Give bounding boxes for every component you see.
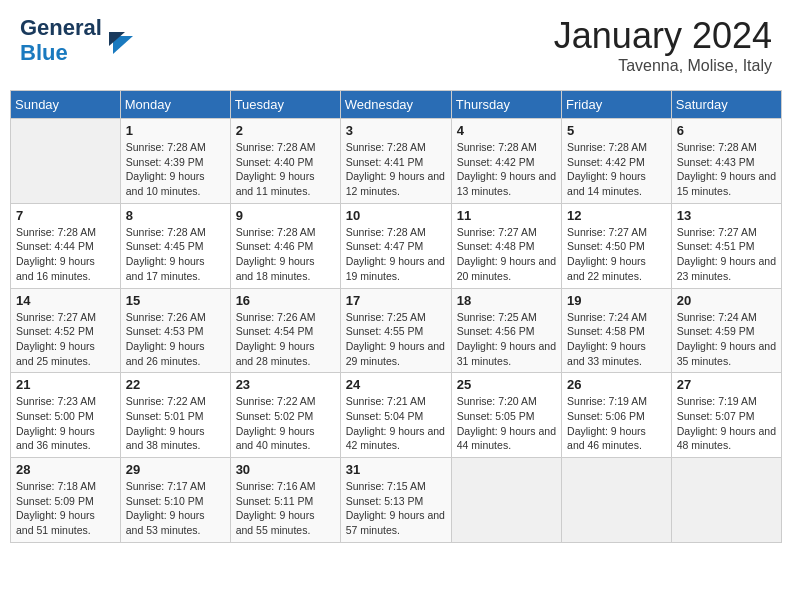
day-number: 7	[16, 208, 115, 223]
day-info: Sunrise: 7:28 AMSunset: 4:40 PMDaylight:…	[236, 140, 335, 199]
calendar-cell	[671, 458, 781, 543]
calendar-cell: 12Sunrise: 7:27 AMSunset: 4:50 PMDayligh…	[562, 203, 672, 288]
calendar-cell: 18Sunrise: 7:25 AMSunset: 4:56 PMDayligh…	[451, 288, 561, 373]
day-info: Sunrise: 7:26 AMSunset: 4:54 PMDaylight:…	[236, 310, 335, 369]
calendar-cell: 9Sunrise: 7:28 AMSunset: 4:46 PMDaylight…	[230, 203, 340, 288]
day-info: Sunrise: 7:21 AMSunset: 5:04 PMDaylight:…	[346, 394, 446, 453]
calendar-cell: 8Sunrise: 7:28 AMSunset: 4:45 PMDaylight…	[120, 203, 230, 288]
day-info: Sunrise: 7:28 AMSunset: 4:47 PMDaylight:…	[346, 225, 446, 284]
calendar-cell	[562, 458, 672, 543]
day-number: 28	[16, 462, 115, 477]
calendar-cell: 31Sunrise: 7:15 AMSunset: 5:13 PMDayligh…	[340, 458, 451, 543]
day-info: Sunrise: 7:28 AMSunset: 4:42 PMDaylight:…	[567, 140, 666, 199]
calendar-cell: 13Sunrise: 7:27 AMSunset: 4:51 PMDayligh…	[671, 203, 781, 288]
day-info: Sunrise: 7:22 AMSunset: 5:01 PMDaylight:…	[126, 394, 225, 453]
day-number: 13	[677, 208, 776, 223]
day-info: Sunrise: 7:26 AMSunset: 4:53 PMDaylight:…	[126, 310, 225, 369]
day-number: 21	[16, 377, 115, 392]
day-info: Sunrise: 7:19 AMSunset: 5:07 PMDaylight:…	[677, 394, 776, 453]
day-info: Sunrise: 7:28 AMSunset: 4:44 PMDaylight:…	[16, 225, 115, 284]
day-info: Sunrise: 7:22 AMSunset: 5:02 PMDaylight:…	[236, 394, 335, 453]
week-row-4: 21Sunrise: 7:23 AMSunset: 5:00 PMDayligh…	[11, 373, 782, 458]
day-number: 31	[346, 462, 446, 477]
calendar-cell: 21Sunrise: 7:23 AMSunset: 5:00 PMDayligh…	[11, 373, 121, 458]
day-header-tuesday: Tuesday	[230, 91, 340, 119]
calendar-cell: 28Sunrise: 7:18 AMSunset: 5:09 PMDayligh…	[11, 458, 121, 543]
logo-text: General Blue	[20, 15, 137, 66]
day-info: Sunrise: 7:27 AMSunset: 4:50 PMDaylight:…	[567, 225, 666, 284]
calendar-cell: 10Sunrise: 7:28 AMSunset: 4:47 PMDayligh…	[340, 203, 451, 288]
day-header-wednesday: Wednesday	[340, 91, 451, 119]
day-number: 27	[677, 377, 776, 392]
day-info: Sunrise: 7:23 AMSunset: 5:00 PMDaylight:…	[16, 394, 115, 453]
week-row-1: 1Sunrise: 7:28 AMSunset: 4:39 PMDaylight…	[11, 119, 782, 204]
calendar-cell: 23Sunrise: 7:22 AMSunset: 5:02 PMDayligh…	[230, 373, 340, 458]
day-info: Sunrise: 7:17 AMSunset: 5:10 PMDaylight:…	[126, 479, 225, 538]
location: Tavenna, Molise, Italy	[554, 57, 772, 75]
calendar-cell: 14Sunrise: 7:27 AMSunset: 4:52 PMDayligh…	[11, 288, 121, 373]
title-block: January 2024 Tavenna, Molise, Italy	[554, 15, 772, 75]
calendar-cell: 22Sunrise: 7:22 AMSunset: 5:01 PMDayligh…	[120, 373, 230, 458]
day-number: 18	[457, 293, 556, 308]
day-number: 12	[567, 208, 666, 223]
calendar-cell: 30Sunrise: 7:16 AMSunset: 5:11 PMDayligh…	[230, 458, 340, 543]
day-number: 3	[346, 123, 446, 138]
day-number: 25	[457, 377, 556, 392]
day-number: 26	[567, 377, 666, 392]
day-number: 17	[346, 293, 446, 308]
day-info: Sunrise: 7:18 AMSunset: 5:09 PMDaylight:…	[16, 479, 115, 538]
calendar-cell: 1Sunrise: 7:28 AMSunset: 4:39 PMDaylight…	[120, 119, 230, 204]
week-row-3: 14Sunrise: 7:27 AMSunset: 4:52 PMDayligh…	[11, 288, 782, 373]
day-number: 1	[126, 123, 225, 138]
day-info: Sunrise: 7:28 AMSunset: 4:42 PMDaylight:…	[457, 140, 556, 199]
calendar-cell: 19Sunrise: 7:24 AMSunset: 4:58 PMDayligh…	[562, 288, 672, 373]
calendar-cell: 24Sunrise: 7:21 AMSunset: 5:04 PMDayligh…	[340, 373, 451, 458]
calendar-cell: 29Sunrise: 7:17 AMSunset: 5:10 PMDayligh…	[120, 458, 230, 543]
day-number: 19	[567, 293, 666, 308]
calendar-cell: 26Sunrise: 7:19 AMSunset: 5:06 PMDayligh…	[562, 373, 672, 458]
day-number: 14	[16, 293, 115, 308]
calendar-cell	[451, 458, 561, 543]
day-info: Sunrise: 7:24 AMSunset: 4:58 PMDaylight:…	[567, 310, 666, 369]
day-header-thursday: Thursday	[451, 91, 561, 119]
day-number: 15	[126, 293, 225, 308]
day-header-friday: Friday	[562, 91, 672, 119]
day-header-sunday: Sunday	[11, 91, 121, 119]
calendar-header: SundayMondayTuesdayWednesdayThursdayFrid…	[11, 91, 782, 119]
calendar-cell: 17Sunrise: 7:25 AMSunset: 4:55 PMDayligh…	[340, 288, 451, 373]
day-number: 8	[126, 208, 225, 223]
day-header-monday: Monday	[120, 91, 230, 119]
day-info: Sunrise: 7:28 AMSunset: 4:43 PMDaylight:…	[677, 140, 776, 199]
day-info: Sunrise: 7:28 AMSunset: 4:41 PMDaylight:…	[346, 140, 446, 199]
day-info: Sunrise: 7:24 AMSunset: 4:59 PMDaylight:…	[677, 310, 776, 369]
day-number: 16	[236, 293, 335, 308]
calendar-cell: 6Sunrise: 7:28 AMSunset: 4:43 PMDaylight…	[671, 119, 781, 204]
day-number: 5	[567, 123, 666, 138]
day-number: 29	[126, 462, 225, 477]
day-number: 20	[677, 293, 776, 308]
day-number: 24	[346, 377, 446, 392]
day-info: Sunrise: 7:25 AMSunset: 4:56 PMDaylight:…	[457, 310, 556, 369]
calendar-cell: 11Sunrise: 7:27 AMSunset: 4:48 PMDayligh…	[451, 203, 561, 288]
day-info: Sunrise: 7:27 AMSunset: 4:48 PMDaylight:…	[457, 225, 556, 284]
day-header-saturday: Saturday	[671, 91, 781, 119]
week-row-5: 28Sunrise: 7:18 AMSunset: 5:09 PMDayligh…	[11, 458, 782, 543]
calendar-table: SundayMondayTuesdayWednesdayThursdayFrid…	[10, 90, 782, 543]
day-info: Sunrise: 7:27 AMSunset: 4:52 PMDaylight:…	[16, 310, 115, 369]
calendar-cell	[11, 119, 121, 204]
day-info: Sunrise: 7:28 AMSunset: 4:45 PMDaylight:…	[126, 225, 225, 284]
calendar-cell: 25Sunrise: 7:20 AMSunset: 5:05 PMDayligh…	[451, 373, 561, 458]
day-number: 22	[126, 377, 225, 392]
day-info: Sunrise: 7:28 AMSunset: 4:39 PMDaylight:…	[126, 140, 225, 199]
day-info: Sunrise: 7:25 AMSunset: 4:55 PMDaylight:…	[346, 310, 446, 369]
day-number: 10	[346, 208, 446, 223]
day-number: 30	[236, 462, 335, 477]
calendar-cell: 15Sunrise: 7:26 AMSunset: 4:53 PMDayligh…	[120, 288, 230, 373]
day-info: Sunrise: 7:20 AMSunset: 5:05 PMDaylight:…	[457, 394, 556, 453]
day-number: 9	[236, 208, 335, 223]
calendar-cell: 5Sunrise: 7:28 AMSunset: 4:42 PMDaylight…	[562, 119, 672, 204]
day-info: Sunrise: 7:19 AMSunset: 5:06 PMDaylight:…	[567, 394, 666, 453]
day-info: Sunrise: 7:16 AMSunset: 5:11 PMDaylight:…	[236, 479, 335, 538]
day-info: Sunrise: 7:28 AMSunset: 4:46 PMDaylight:…	[236, 225, 335, 284]
calendar-cell: 16Sunrise: 7:26 AMSunset: 4:54 PMDayligh…	[230, 288, 340, 373]
